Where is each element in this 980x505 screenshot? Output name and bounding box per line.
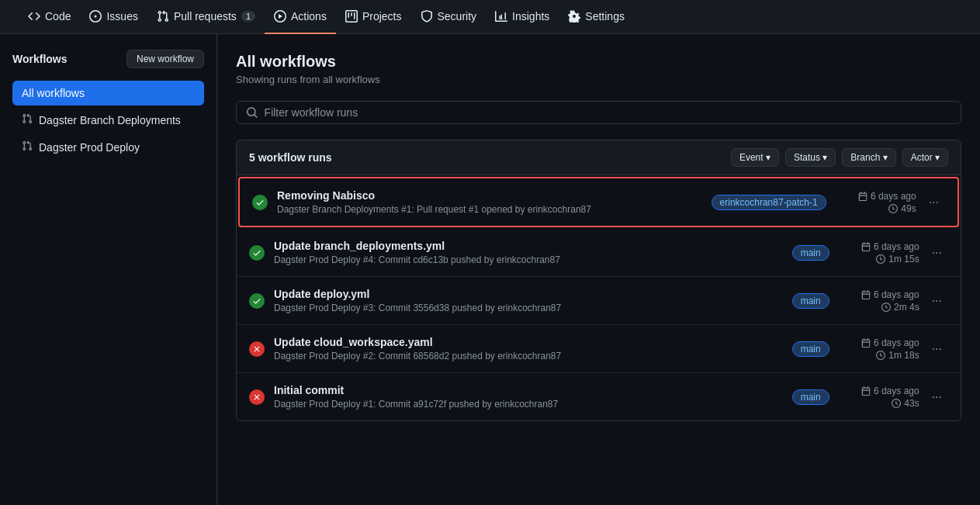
branch-filter-label: Branch ▾ xyxy=(850,152,887,163)
run-more-button-4[interactable]: ··· xyxy=(926,387,948,407)
run-timing-3: 6 days ago 1m 18s xyxy=(842,337,919,361)
run-meta-2: Dagster Prod Deploy #3: Commit 3556d38 p… xyxy=(274,303,780,313)
run-name-4: Initial commit xyxy=(274,384,780,396)
actor-filter-label: Actor ▾ xyxy=(911,152,940,163)
workflow-prod-icon xyxy=(22,140,33,154)
run-meta-1: Dagster Prod Deploy #4: Commit cd6c13b p… xyxy=(274,254,780,265)
page-title: All workflows xyxy=(236,53,961,71)
pullrequest-badge: 1 xyxy=(241,11,255,22)
run-time-ago-text-1: 6 days ago xyxy=(874,241,919,252)
actor-filter-button[interactable]: Actor ▾ xyxy=(902,148,948,167)
new-workflow-button[interactable]: New workflow xyxy=(126,50,204,68)
clock-icon-4 xyxy=(892,399,901,408)
nav-projects[interactable]: Projects xyxy=(336,0,411,34)
run-time-ago-text-4: 6 days ago xyxy=(874,386,919,396)
nav-actions[interactable]: Actions xyxy=(265,0,336,34)
content-area: All workflows Showing runs from all work… xyxy=(217,34,980,505)
run-more-button-0[interactable]: ··· xyxy=(923,192,945,213)
nav-security[interactable]: Security xyxy=(411,0,487,34)
run-row-highlighted[interactable]: Removing Nabisco Dagster Branch Deployme… xyxy=(238,177,959,227)
run-status-icon-4 xyxy=(249,389,265,405)
nav-insights[interactable]: Insights xyxy=(486,0,559,34)
run-timing-4: 6 days ago 43s xyxy=(842,386,919,409)
calendar-icon-1 xyxy=(861,242,871,251)
run-time-ago-text-3: 6 days ago xyxy=(874,337,919,348)
clock-icon-1 xyxy=(876,254,885,264)
branch-filter-button[interactable]: Branch ▾ xyxy=(842,148,895,167)
run-status-icon-success xyxy=(252,195,268,210)
run-info-2: Update deploy.yml Dagster Prod Deploy #3… xyxy=(274,288,780,313)
run-row-1[interactable]: Update branch_deployments.yml Dagster Pr… xyxy=(237,229,961,277)
nav-issues-label: Issues xyxy=(106,10,137,22)
run-time-ago-2: 6 days ago xyxy=(861,289,919,300)
run-meta-0: Dagster Branch Deployments #1: Pull requ… xyxy=(277,204,699,215)
run-timing-2: 6 days ago 2m 4s xyxy=(842,289,919,313)
sidebar-item-all-workflows-label: All workflows xyxy=(22,87,85,99)
run-timing-1: 6 days ago 1m 15s xyxy=(842,241,919,265)
run-time-ago-3: 6 days ago xyxy=(861,337,919,348)
run-status-icon-3 xyxy=(249,341,265,357)
issues-icon xyxy=(89,10,102,22)
sidebar-title: Workflows xyxy=(12,53,68,65)
run-meta-4: Dagster Prod Deploy #1: Commit a91c72f p… xyxy=(274,399,780,410)
run-duration-text-4: 43s xyxy=(904,398,919,409)
security-icon xyxy=(421,10,433,22)
runs-header: 5 workflow runs Event ▾ Status ▾ Branch … xyxy=(236,140,961,175)
nav-security-label: Security xyxy=(438,10,477,22)
run-row-2[interactable]: Update deploy.yml Dagster Prod Deploy #3… xyxy=(237,277,961,325)
runs-list: Removing Nabisco Dagster Branch Deployme… xyxy=(236,175,961,421)
pullrequest-icon xyxy=(157,10,169,22)
nav-pullrequests-label: Pull requests xyxy=(174,10,237,22)
run-branch-tag-3[interactable]: main xyxy=(792,341,829,357)
nav-projects-label: Projects xyxy=(362,10,402,22)
top-navigation: Code Issues Pull requests 1 Actions Proj… xyxy=(0,0,980,34)
event-filter-label: Event ▾ xyxy=(739,152,770,163)
run-branch-tag-0[interactable]: erinkcochran87-patch-1 xyxy=(712,195,826,210)
search-bar xyxy=(236,101,961,124)
event-filter-button[interactable]: Event ▾ xyxy=(731,148,779,167)
run-more-button-2[interactable]: ··· xyxy=(926,291,948,311)
run-branch-tag-4[interactable]: main xyxy=(792,389,829,405)
sidebar-item-prod-deploy[interactable]: Dagster Prod Deploy xyxy=(12,134,204,160)
run-info-4: Initial commit Dagster Prod Deploy #1: C… xyxy=(274,384,780,410)
search-input[interactable] xyxy=(265,106,951,119)
search-icon xyxy=(246,106,258,119)
run-name-0: Removing Nabisco xyxy=(277,189,699,202)
run-row-3[interactable]: Update cloud_workspace.yaml Dagster Prod… xyxy=(237,325,961,373)
nav-code[interactable]: Code xyxy=(19,0,80,34)
run-branch-tag-1[interactable]: main xyxy=(792,245,829,261)
run-more-button-3[interactable]: ··· xyxy=(926,339,948,359)
run-row-4[interactable]: Initial commit Dagster Prod Deploy #1: C… xyxy=(237,373,961,420)
run-more-button-1[interactable]: ··· xyxy=(926,243,948,263)
run-duration-1: 1m 15s xyxy=(876,254,919,265)
settings-icon xyxy=(568,10,580,22)
nav-settings[interactable]: Settings xyxy=(559,0,634,34)
calendar-icon-0 xyxy=(858,192,867,201)
nav-issues[interactable]: Issues xyxy=(80,0,147,34)
run-duration-text-2: 2m 4s xyxy=(894,302,919,313)
run-duration-text-1: 1m 15s xyxy=(888,254,919,265)
run-status-icon-2 xyxy=(249,293,265,309)
run-branch-tag-2[interactable]: main xyxy=(792,293,829,309)
run-meta-3: Dagster Prod Deploy #2: Commit 68568d2 p… xyxy=(274,351,780,361)
sidebar-item-branch-deployments[interactable]: Dagster Branch Deployments xyxy=(12,107,204,133)
nav-pullrequests[interactable]: Pull requests 1 xyxy=(147,0,265,34)
projects-icon xyxy=(345,10,358,22)
run-info-0: Removing Nabisco Dagster Branch Deployme… xyxy=(277,189,699,215)
sidebar-item-branch-deployments-label: Dagster Branch Deployments xyxy=(39,114,181,126)
run-duration-text-3: 1m 18s xyxy=(888,350,919,361)
run-duration-0: 49s xyxy=(888,203,916,214)
run-time-ago-text-2: 6 days ago xyxy=(874,289,919,300)
sidebar-item-all-workflows[interactable]: All workflows xyxy=(12,81,204,105)
run-name-2: Update deploy.yml xyxy=(274,288,780,300)
actions-icon xyxy=(274,10,286,22)
sidebar: Workflows New workflow All workflows Dag… xyxy=(0,34,217,505)
run-time-ago-text-0: 6 days ago xyxy=(871,191,916,202)
run-status-icon-1 xyxy=(249,245,265,261)
run-duration-4: 43s xyxy=(892,398,919,409)
clock-icon-2 xyxy=(881,303,891,312)
status-filter-label: Status ▾ xyxy=(794,152,827,163)
status-filter-button[interactable]: Status ▾ xyxy=(785,148,836,167)
nav-settings-label: Settings xyxy=(585,10,625,22)
page-subtitle: Showing runs from all workflows xyxy=(236,74,961,85)
